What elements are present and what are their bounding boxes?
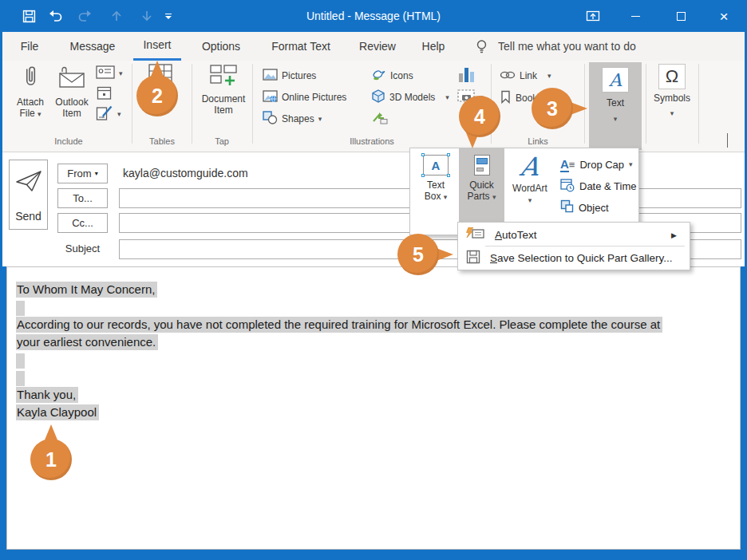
text-box-label: Text [427,179,445,191]
dropdown-caret-icon: ▾ [670,110,674,117]
outlook-item-button[interactable]: Outlook Item [51,64,93,119]
link-icon [500,69,516,83]
minimize-button[interactable] [623,6,647,26]
date-time-button[interactable]: Date & Time [560,176,637,195]
document-item-button[interactable]: Document Item [199,64,248,116]
dropdown-caret-icon: ▾ [117,111,121,118]
subject-label: Subject [57,243,108,254]
selected-text-line: Kayla Claypool [16,404,99,420]
dropdown-caret-icon: ▾ [445,94,449,101]
paper-plane-icon [14,168,43,197]
3d-models-button[interactable]: 3D Models ▾ [371,89,449,106]
drop-cap-button[interactable]: A≡ Drop Cap ▾ [560,155,633,174]
autotext-label: AutoText [495,229,537,241]
tab-review[interactable]: Review [349,32,406,61]
text-group-button[interactable]: A Text ▾ [589,62,642,150]
maximize-button[interactable] [669,6,693,26]
dropdown-caret-icon: ▾ [528,197,532,204]
tab-message[interactable]: Message [57,32,128,61]
collapse-ribbon-button[interactable] [727,134,728,148]
callout-1: 1 [30,439,72,480]
tab-insert[interactable]: Insert [133,32,181,61]
smartart-button[interactable] [371,110,389,128]
bookmark-icon [500,90,512,106]
text-box-button[interactable]: A Text Box ▾ [413,148,458,235]
selected-empty-line [16,371,25,386]
attach-file-button[interactable]: Attach File ▾ [11,64,49,119]
submenu-arrow-icon: ▶ [671,231,677,239]
dropdown-caret-icon: ▾ [444,193,448,201]
symbols-button[interactable]: Ω Symbols ▾ [649,64,695,117]
dropdown-caret-icon: ▾ [318,116,322,123]
omega-icon: Ω [658,64,686,89]
title-bar: Untitled - Message (HTML) × [0,0,747,32]
link-button[interactable]: Link ▾ [500,67,551,85]
drop-cap-icon: A≡ [560,159,575,171]
to-label: To... [73,192,93,204]
quick-parts-submenu: AutoText ▶ Save Selection to Quick Part … [457,222,690,270]
chart-icon [457,66,476,85]
3d-cube-icon [371,89,385,105]
online-pictures-label: Online Pictures [282,92,346,103]
ribbon-display-options-icon[interactable] [581,6,605,26]
online-pictures-button[interactable]: Online Pictures [263,89,346,106]
tell-me-box[interactable]: Tell me what you want to do [498,32,636,61]
cc-button[interactable]: Cc... [57,213,108,233]
object-label: Object [579,202,609,214]
autotext-menu-item[interactable]: AutoText ▶ [463,225,685,245]
dropdown-caret-icon: ▾ [614,116,618,123]
object-icon [560,199,574,215]
chart-button[interactable] [457,67,476,85]
date-time-icon [560,178,575,195]
selected-text-line: your earliest convenience. [16,334,158,350]
business-card-icon [96,65,115,81]
wordart-label: WordArt [512,183,547,194]
send-label: Send [15,210,42,223]
drop-cap-label: Drop Cap [579,159,624,171]
selected-text-line: According to our records, you have not c… [16,317,662,333]
document-item-label: Document Item [199,93,248,116]
quick-parts-label: Quick [469,179,494,191]
wordart-icon: A [519,155,540,179]
calendar-button[interactable] [97,85,112,103]
from-button[interactable]: From ▾ [57,164,108,183]
to-button[interactable]: To... [57,188,108,208]
group-label-include: Include [9,136,128,146]
save-icon [466,250,480,266]
text-a-icon: A [602,67,629,93]
business-card-button[interactable]: ▾ [96,65,123,82]
group-label-tap: Tap [192,136,251,146]
signature-button[interactable]: ▾ [96,105,121,123]
selected-empty-line [16,353,25,369]
message-text: To Whom It May Concern, According to our… [16,281,662,421]
send-button[interactable]: Send [9,160,48,230]
selected-text-line: Thank you, [16,387,78,403]
selected-text-line: To Whom It May Concern, [16,282,157,298]
quick-parts-icon [474,155,490,175]
symbols-label: Symbols [654,93,690,104]
tab-format-text[interactable]: Format Text [261,32,341,61]
ribbon-tab-row: File Message Insert Options Format Text … [2,32,745,61]
object-button[interactable]: Object [560,198,609,217]
tab-options[interactable]: Options [189,32,253,61]
pictures-button[interactable]: Pictures [263,67,316,85]
tab-file[interactable]: File [10,32,49,61]
window-bottom-border [0,550,747,560]
tab-help[interactable]: Help [413,32,454,61]
icons-button[interactable]: Icons [371,67,413,85]
autotext-icon [466,227,485,243]
close-button[interactable]: × [712,6,736,26]
dropdown-caret-icon: ▾ [629,161,633,168]
selected-empty-line [16,301,25,316]
cc-label: Cc... [72,217,93,229]
save-selection-menu-item[interactable]: Save Selection to Quick Part Gallery... [463,248,685,268]
lightbulb-icon [475,39,488,58]
date-time-label: Date & Time [579,180,637,192]
group-label-illustrations: Illustrations [253,136,491,146]
shapes-label: Shapes [282,113,314,124]
text-label: Text [607,97,624,108]
from-label: From [67,168,91,179]
shapes-button[interactable]: Shapes ▾ [263,110,322,128]
message-body[interactable]: To Whom It May Concern, According to our… [6,266,741,550]
save-selection-label: Save Selection to Quick Part Gallery... [490,252,673,264]
